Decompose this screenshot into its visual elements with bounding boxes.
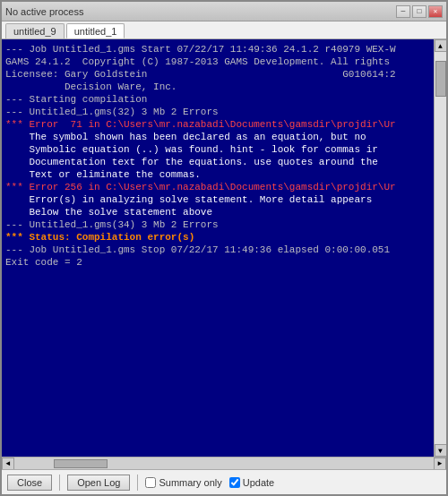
update-label: Update (243, 477, 274, 488)
content-area: --- Job Untitled_1.gms Start 07/22/17 11… (2, 39, 446, 457)
tab-untitled1[interactable]: untitled_1 (66, 23, 125, 38)
vertical-scrollbar[interactable]: ▲ ▼ (434, 39, 446, 457)
separator-2 (137, 475, 138, 491)
scroll-track (435, 52, 447, 444)
minimize-button[interactable]: ─ (396, 5, 410, 18)
scroll-down-arrow[interactable]: ▼ (435, 444, 447, 457)
scroll-right-arrow[interactable]: ► (434, 458, 446, 470)
close-window-button[interactable]: ✕ (428, 5, 443, 18)
scroll-left-arrow[interactable]: ◄ (2, 458, 14, 470)
window-title: No active process (5, 6, 83, 17)
update-checkbox-label[interactable]: Update (229, 477, 274, 488)
main-window: No active process ─ □ ✕ untitled_9 untit… (0, 0, 448, 496)
scroll-thumb[interactable] (435, 61, 446, 97)
tab-untitled9[interactable]: untitled_9 (5, 23, 65, 38)
window-controls: ─ □ ✕ (396, 5, 443, 18)
tab-bar: untitled_9 untitled_1 (2, 21, 446, 39)
close-button[interactable]: Close (7, 475, 52, 491)
separator-1 (59, 475, 60, 491)
scroll-up-arrow[interactable]: ▲ (435, 39, 447, 52)
h-scroll-track (27, 459, 421, 468)
h-scroll-thumb[interactable] (54, 459, 108, 468)
summary-only-checkbox[interactable] (145, 477, 156, 488)
update-checkbox[interactable] (229, 477, 240, 488)
log-output[interactable]: --- Job Untitled_1.gms Start 07/22/17 11… (2, 39, 434, 457)
maximize-button[interactable]: □ (412, 5, 426, 18)
horizontal-scrollbar[interactable]: ◄ ► (2, 457, 446, 469)
open-log-button[interactable]: Open Log (67, 475, 130, 491)
summary-only-checkbox-label[interactable]: Summary only (145, 477, 221, 488)
title-bar: No active process ─ □ ✕ (2, 2, 446, 21)
status-bar: Close Open Log Summary only Update (2, 469, 446, 494)
summary-only-label: Summary only (159, 477, 221, 488)
